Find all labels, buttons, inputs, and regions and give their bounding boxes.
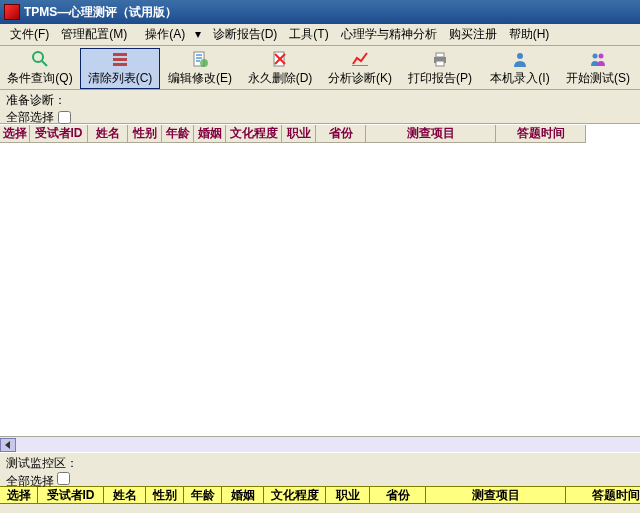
svg-line-1 [42,61,47,66]
delete-icon [271,50,289,68]
search-icon [31,50,49,68]
svg-rect-4 [113,63,127,66]
tool-local-button[interactable]: 本机录入(I) [480,48,560,89]
tool-clear-button[interactable]: 清除列表(C) [80,48,160,89]
tool-analyze-label: 分析诊断(K) [328,70,392,87]
svg-point-6 [200,59,208,67]
prepare-area: 准备诊断： 全部选择 [0,90,640,124]
svg-rect-3 [113,58,127,61]
prepare-label: 准备诊断： [6,92,66,109]
col-marriage[interactable]: 婚姻 [194,125,226,143]
monitor-select-all-checkbox[interactable] [57,472,70,485]
svg-rect-10 [352,65,368,66]
tool-edit-button[interactable]: 编辑修改(E) [160,48,240,89]
mcol-select[interactable]: 选择 [0,487,38,504]
tool-edit-label: 编辑修改(E) [168,70,232,87]
col-select[interactable]: 选择 [0,125,30,143]
menu-file[interactable]: 文件(F) [4,24,55,45]
menubar: 文件(F) 管理配置(M) 操作(A) ▾ 诊断报告(D) 工具(T) 心理学与… [0,24,640,46]
main-grid: 选择 受试者ID 姓名 性别 年龄 婚姻 文化程度 职业 省份 测查项目 答题时… [0,124,640,436]
mcol-job[interactable]: 职业 [326,487,370,504]
toolbar: 条件查询(Q) 清除列表(C) 编辑修改(E) 永久删除(D) 分析诊断(K) … [0,46,640,90]
col-id[interactable]: 受试者ID [30,125,88,143]
mcol-project[interactable]: 测查项目 [426,487,566,504]
svg-point-14 [517,53,523,59]
select-all-checkbox[interactable] [58,111,71,124]
scroll-left-button[interactable] [0,438,16,452]
mcol-edu[interactable]: 文化程度 [264,487,326,504]
mcol-age[interactable]: 年龄 [184,487,222,504]
menu-help[interactable]: 帮助(H) [503,24,556,45]
svg-point-16 [599,54,604,59]
main-grid-header: 选择 受试者ID 姓名 性别 年龄 婚姻 文化程度 职业 省份 测查项目 答题时… [0,125,640,143]
window-title: TPMS—心理测评（试用版） [24,4,177,21]
col-project[interactable]: 测查项目 [366,125,496,143]
tool-clear-label: 清除列表(C) [88,70,153,87]
horizontal-scrollbar[interactable] [0,436,640,452]
col-gender[interactable]: 性别 [128,125,162,143]
col-age[interactable]: 年龄 [162,125,194,143]
app-icon [4,4,20,20]
tool-print-button[interactable]: 打印报告(P) [400,48,480,89]
scroll-track[interactable] [16,438,640,452]
tool-analyze-button[interactable]: 分析诊断(K) [320,48,400,89]
col-job[interactable]: 职业 [282,125,316,143]
col-edu[interactable]: 文化程度 [226,125,282,143]
svg-rect-12 [436,53,444,57]
users-icon [589,50,607,68]
svg-rect-13 [436,61,444,66]
monitor-label: 测试监控区： [6,456,78,470]
tool-print-label: 打印报告(P) [408,70,472,87]
svg-point-15 [593,54,598,59]
clear-list-icon [111,50,129,68]
col-name[interactable]: 姓名 [88,125,128,143]
mcol-answer-time[interactable]: 答题时间 [566,487,640,504]
mcol-gender[interactable]: 性别 [146,487,184,504]
print-icon [431,50,449,68]
mcol-province[interactable]: 省份 [370,487,426,504]
col-answer-time[interactable]: 答题时间 [496,125,586,143]
main-grid-body [0,143,640,417]
tool-delete-button[interactable]: 永久删除(D) [240,48,320,89]
col-province[interactable]: 省份 [316,125,366,143]
tool-start-button[interactable]: 开始测试(S) [560,48,636,89]
monitor-grid-header: 选择 受试者ID 姓名 性别 年龄 婚姻 文化程度 职业 省份 测查项目 答题时… [0,486,640,504]
mcol-marriage[interactable]: 婚姻 [222,487,264,504]
tool-local-label: 本机录入(I) [490,70,549,87]
menu-diagnose[interactable]: 诊断报告(D) [207,24,284,45]
mcol-name[interactable]: 姓名 [104,487,146,504]
tool-query-button[interactable]: 条件查询(Q) [0,48,80,89]
svg-point-0 [33,52,43,62]
menu-psych[interactable]: 心理学与精神分析 [335,24,443,45]
tool-query-label: 条件查询(Q) [7,70,72,87]
user-icon [511,50,529,68]
menu-tools[interactable]: 工具(T) [283,24,334,45]
analyze-icon [351,50,369,68]
svg-rect-2 [113,53,127,56]
menu-buy[interactable]: 购买注册 [443,24,503,45]
menu-operate[interactable]: 操作(A) ▾ [133,24,206,45]
menu-config[interactable]: 管理配置(M) [55,24,133,45]
tool-start-label: 开始测试(S) [566,70,630,87]
tool-delete-label: 永久删除(D) [248,70,313,87]
monitor-area: 测试监控区： 全部选择 [0,452,640,486]
mcol-id[interactable]: 受试者ID [38,487,104,504]
edit-icon [191,50,209,68]
window-titlebar: TPMS—心理测评（试用版） [0,0,640,24]
